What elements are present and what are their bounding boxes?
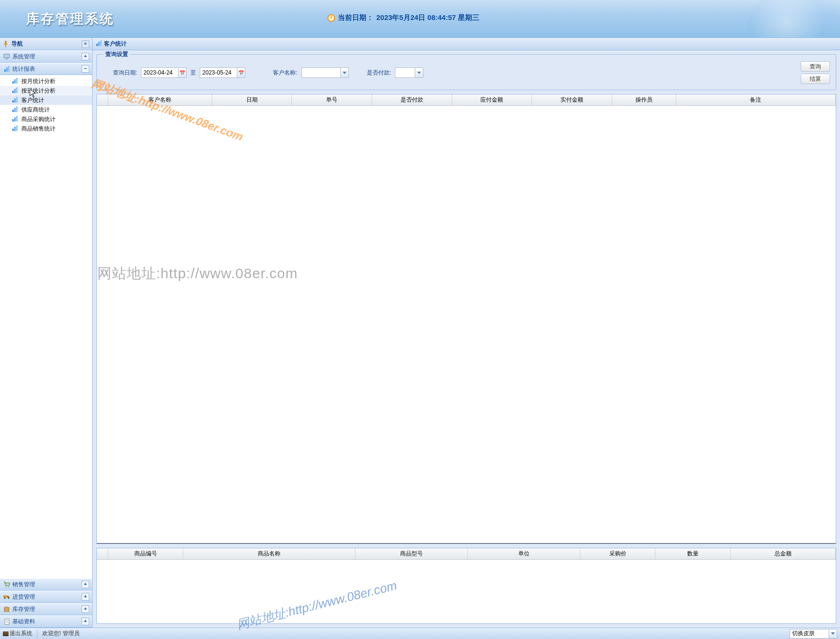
sidebar-label: 系统管理: [12, 53, 35, 61]
settle-button[interactable]: 结算: [801, 74, 830, 84]
sidebar-item-system[interactable]: 系统管理 +: [0, 50, 92, 63]
paid-combo[interactable]: [395, 67, 423, 78]
customer-combo[interactable]: [301, 67, 349, 78]
svg-rect-0: [4, 54, 9, 58]
chart-icon: [96, 40, 102, 47]
chart-icon: [12, 116, 20, 122]
col-unit[interactable]: 单位: [468, 548, 580, 559]
clock-icon: [327, 14, 335, 22]
tree-label: 按月统计分析: [21, 77, 56, 85]
chart-icon: [12, 125, 20, 132]
main-grid-header: 客户名称 日期 单号 是否付款 应付金额 实付金额 操作员 备注: [97, 94, 836, 106]
tree-node-monthly[interactable]: 按月统计分析: [0, 76, 92, 86]
col-paid[interactable]: 是否付款: [372, 94, 452, 105]
sub-grid-body[interactable]: [97, 560, 836, 623]
chevron-down-icon[interactable]: [415, 68, 423, 77]
nav-header: 导航 «: [0, 38, 92, 50]
date-value: 2023年5月24日 08:44:57 星期三: [376, 13, 479, 22]
expand-icon[interactable]: +: [82, 581, 89, 588]
sub-grid-header: 商品编号 商品名称 商品型号 单位 采购价 数量 总金额: [97, 548, 836, 560]
sidebar-item-sales[interactable]: 销售管理 +: [0, 578, 92, 591]
sub-grid: 商品编号 商品名称 商品型号 单位 采购价 数量 总金额: [96, 548, 836, 624]
app-title: 库存管理系统: [26, 10, 114, 28]
exit-link[interactable]: 退出系统: [3, 630, 32, 638]
expand-icon[interactable]: +: [82, 618, 89, 625]
sidebar-item-reports[interactable]: 统计报表 −: [0, 63, 92, 75]
col-remark[interactable]: 备注: [676, 94, 836, 105]
tree-node-sales[interactable]: 商品销售统计: [0, 124, 92, 133]
customer-label: 客户名称:: [273, 69, 297, 77]
query-fieldset: 查询设置 查询日期: 📅 至 📅 客户名称:: [96, 54, 836, 90]
doc-icon: [3, 618, 10, 625]
sidebar-item-basedata[interactable]: 基础资料 +: [0, 615, 92, 628]
tree-node-purchase[interactable]: 商品采购统计: [0, 114, 92, 124]
divider: [37, 630, 37, 638]
col-qty[interactable]: 数量: [655, 548, 730, 559]
sidebar-item-inventory[interactable]: 库存管理 +: [0, 603, 92, 615]
svg-point-6: [8, 598, 9, 599]
col-operator[interactable]: 操作员: [612, 94, 676, 105]
sidebar: 导航 « 系统管理 + 统计报表 − 按月统计分析: [0, 38, 93, 628]
query-button[interactable]: 查询: [801, 61, 830, 72]
sidebar-label: 库存管理: [12, 605, 35, 613]
tab-title: 客户统计: [104, 40, 127, 48]
exit-label: 退出系统: [9, 630, 32, 638]
collapse-sidebar-button[interactable]: «: [82, 40, 89, 48]
svg-point-3: [8, 586, 9, 587]
globe-decoration: [745, 0, 840, 38]
nav-title: 导航: [11, 40, 23, 48]
calendar-icon[interactable]: 📅: [178, 68, 186, 77]
col-actual[interactable]: 实付金额: [532, 94, 612, 105]
col-price[interactable]: 采购价: [580, 548, 655, 559]
date-from-label: 查询日期:: [113, 69, 137, 77]
expand-icon[interactable]: +: [82, 53, 89, 60]
col-order[interactable]: 单号: [292, 94, 372, 105]
welcome-text: 欢迎您! 管理员: [42, 630, 80, 638]
chart-icon: [12, 97, 20, 103]
box-icon: [3, 606, 10, 612]
grid-corner: [97, 94, 108, 105]
col-payable[interactable]: 应付金额: [452, 94, 532, 105]
calendar-icon[interactable]: 📅: [237, 68, 245, 77]
tree-node-supplier[interactable]: 供应商统计: [0, 105, 92, 114]
tree-label: 按日统计分析: [21, 87, 56, 95]
col-model[interactable]: 商品型号: [355, 548, 468, 559]
tree-spacer: [0, 135, 92, 578]
status-bar: 退出系统 欢迎您! 管理员: [0, 628, 840, 639]
date-to-label: 至: [190, 69, 196, 77]
current-date: 当前日期： 2023年5月24日 08:44:57 星期三: [327, 13, 479, 22]
svg-rect-7: [4, 608, 9, 611]
chart-icon: [12, 78, 20, 85]
col-prodname[interactable]: 商品名称: [183, 548, 355, 559]
svg-point-5: [4, 598, 6, 599]
sidebar-item-purchase[interactable]: 进货管理 +: [0, 591, 92, 603]
collapse-icon[interactable]: −: [82, 65, 89, 73]
date-to-field[interactable]: 📅: [200, 67, 245, 78]
content-area: 客户统计 查询设置 查询日期: 📅 至 📅: [93, 38, 840, 628]
col-customer[interactable]: 客户名称: [108, 94, 212, 105]
chevron-down-icon[interactable]: [340, 68, 348, 77]
pin-icon: [3, 41, 9, 47]
sidebar-label: 进货管理: [12, 593, 35, 601]
chevron-down-icon[interactable]: [829, 630, 837, 638]
tree-label: 商品采购统计: [21, 115, 56, 123]
sidebar-label: 销售管理: [12, 581, 35, 589]
chart-icon: [3, 66, 10, 72]
main-grid-body[interactable]: [97, 106, 836, 544]
tree-node-daily[interactable]: 按日统计分析: [0, 86, 92, 95]
sidebar-label: 统计报表: [12, 65, 35, 73]
expand-icon[interactable]: +: [82, 605, 89, 613]
col-prodno[interactable]: 商品编号: [108, 548, 183, 559]
svg-rect-4: [3, 595, 7, 598]
sidebar-label: 基础资料: [12, 618, 35, 626]
door-icon: [3, 631, 9, 636]
skin-combo[interactable]: [790, 629, 837, 639]
col-date[interactable]: 日期: [212, 94, 292, 105]
col-total[interactable]: 总金额: [731, 548, 836, 559]
expand-icon[interactable]: +: [82, 593, 89, 601]
reports-tree: 按月统计分析 按日统计分析 客户统计 供应商统计 商品采购统计: [0, 75, 92, 135]
tree-node-customer[interactable]: 客户统计: [0, 95, 92, 105]
date-from-field[interactable]: 📅: [141, 67, 187, 78]
svg-point-2: [6, 586, 7, 587]
app-header: 库存管理系统 当前日期： 2023年5月24日 08:44:57 星期三: [0, 0, 840, 38]
